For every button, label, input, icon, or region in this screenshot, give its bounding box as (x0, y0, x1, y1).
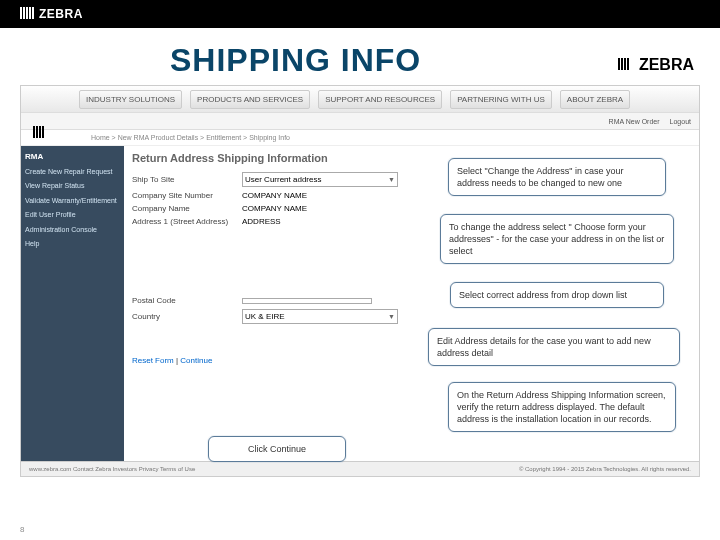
footer: www.zebra.com Contact Zebra Investors Pr… (21, 461, 699, 476)
value-address1: ADDRESS (242, 217, 281, 226)
barcode-icon (618, 56, 630, 74)
continue-link[interactable]: Continue (180, 356, 212, 365)
label-country: Country (132, 312, 242, 321)
label-company-name: Company Name (132, 204, 242, 213)
footer-left: www.zebra.com Contact Zebra Investors Pr… (29, 466, 195, 472)
callout-change-address: Select "Change the Address" in case your… (448, 158, 666, 196)
page-number: 8 (20, 525, 24, 534)
breadcrumb: Home > New RMA Product Details > Entitle… (21, 130, 699, 146)
zebra-logo: ZEBRA (20, 7, 83, 22)
nav-item[interactable]: ABOUT ZEBRA (560, 90, 630, 109)
nav-item[interactable]: PARTNERING WITH US (450, 90, 552, 109)
sidebar-item[interactable]: Validate Warranty/Entitlement (25, 194, 120, 208)
callout-click-continue: Click Continue (208, 436, 346, 462)
label-postal: Postal Code (132, 296, 242, 305)
sidebar-item[interactable]: Administration Console (25, 223, 120, 237)
sidebar: RMA Create New Repair Request View Repai… (21, 146, 124, 466)
barcode-icon (33, 126, 45, 141)
rma-new-link[interactable]: RMA New Order (609, 118, 660, 125)
sidebar-heading: RMA (25, 152, 120, 161)
value-csn: COMPANY NAME (242, 191, 307, 200)
value-company-name: COMPANY NAME (242, 204, 307, 213)
callout-verify-return: On the Return Address Shipping Informati… (448, 382, 676, 432)
site-logo (33, 116, 73, 150)
ship-to-select[interactable]: User Current address (242, 172, 398, 187)
label-address1: Address 1 (Street Address) (132, 217, 242, 226)
brand-label: ZEBRA (39, 7, 83, 21)
country-select[interactable]: UK & EIRE (242, 309, 398, 324)
reset-link[interactable]: Reset Form (132, 356, 174, 365)
info-bar: RMA New Order Logout (21, 113, 699, 130)
site-nav: INDUSTRY SOLUTIONS PRODUCTS AND SERVICES… (21, 86, 699, 113)
nav-item[interactable]: SUPPORT AND RESOURCES (318, 90, 442, 109)
callout-select-dropdown: Select correct address from drop down li… (450, 282, 664, 308)
nav-item[interactable]: INDUSTRY SOLUTIONS (79, 90, 182, 109)
footer-right: © Copyright 1994 - 2015 Zebra Technologi… (519, 466, 691, 472)
callout-edit-address: Edit Address details for the case you wa… (428, 328, 680, 366)
sidebar-item[interactable]: View Repair Status (25, 179, 120, 193)
label-ship-to: Ship To Site (132, 175, 242, 184)
nav-item[interactable]: PRODUCTS AND SERVICES (190, 90, 310, 109)
postal-input[interactable] (242, 298, 372, 304)
page-title: SHIPPING INFO (0, 28, 720, 85)
zebra-logo-corner: ZEBRA (618, 56, 694, 74)
label-csn: Company Site Number (132, 191, 242, 200)
callout-choose-addresses: To change the address select " Choose fo… (440, 214, 674, 264)
logout-link[interactable]: Logout (670, 118, 691, 125)
sidebar-item[interactable]: Help (25, 237, 120, 251)
sidebar-item[interactable]: Create New Repair Request (25, 165, 120, 179)
barcode-icon (20, 7, 35, 22)
sidebar-item[interactable]: Edit User Profile (25, 208, 120, 222)
top-bar: ZEBRA (0, 0, 720, 28)
